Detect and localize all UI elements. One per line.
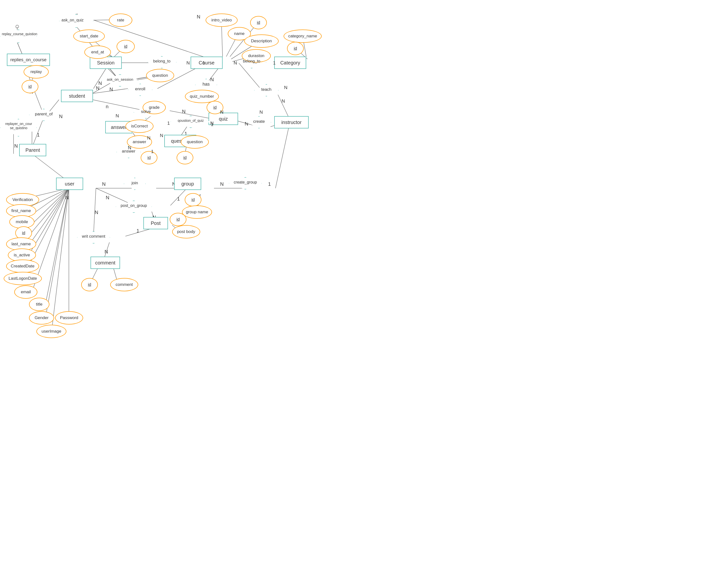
- ellipse-duraston: duraston: [242, 49, 271, 62]
- cardinality-n-answer2: N: [128, 145, 131, 151]
- entity-comment: comment: [90, 257, 120, 269]
- cardinality-1-belong-to: 1: [202, 60, 205, 66]
- ellipse-replay: replay: [24, 65, 49, 79]
- cardinality-1-belong-to-cat: 1: [273, 60, 276, 66]
- ellipse-comment-id: id: [81, 278, 98, 291]
- diagram-container: N N N N N n N 1: [0, 0, 728, 588]
- cardinality-n-answer: N: [147, 135, 151, 141]
- svg-text:N: N: [102, 181, 106, 187]
- ellipse-question-attr2: question: [181, 135, 209, 149]
- ellipse-gender: Gender: [29, 311, 54, 324]
- ellipse-grade: grade: [143, 101, 166, 114]
- cardinality-1-answer: 1: [151, 149, 154, 154]
- ellipse-user-image: userImage: [37, 325, 66, 338]
- ellipse-category-name: category_name: [283, 29, 322, 43]
- svg-text:N: N: [95, 210, 98, 215]
- ellipse-group-id: id: [185, 193, 201, 206]
- ellipse-post-body: post body: [172, 225, 200, 238]
- svg-text:1: 1: [268, 181, 271, 187]
- svg-text:1: 1: [177, 196, 180, 202]
- svg-text:N: N: [105, 249, 108, 254]
- ellipse-answer-id: id: [141, 151, 157, 164]
- ellipse-last-logon-date: LastLogonDate: [4, 272, 42, 285]
- entity-post: Post: [143, 217, 168, 229]
- ellipse-question-id: id: [177, 151, 193, 164]
- entity-group: group: [174, 177, 201, 190]
- ellipse-session-id: id: [116, 40, 135, 53]
- entity-category: Category: [274, 57, 306, 69]
- cardinality-n-qoustion: N: [160, 133, 163, 138]
- svg-text:N: N: [65, 195, 69, 200]
- svg-text:N: N: [106, 195, 109, 200]
- ellipse-email: email: [14, 286, 37, 299]
- ellipse-post-id: id: [170, 213, 187, 226]
- ellipse-replies-id: id: [22, 80, 38, 93]
- svg-line-76: [276, 121, 290, 188]
- ellipse-category-id: id: [287, 42, 304, 55]
- entity-parent: Parent: [19, 144, 46, 156]
- cardinality-n-quiz: N: [259, 109, 263, 115]
- cardinality-n-teach2: N: [282, 99, 285, 104]
- ellipse-group-name: group name: [182, 206, 212, 219]
- ellipse-password: Password: [55, 311, 83, 324]
- svg-text:N: N: [96, 85, 99, 91]
- ellipse-question-ask: question: [146, 69, 174, 82]
- entity-student: student: [61, 90, 93, 102]
- svg-text:1: 1: [37, 132, 40, 138]
- ellipse-course-id: id: [250, 16, 267, 29]
- entity-course: Course: [191, 57, 222, 69]
- svg-text:N: N: [59, 114, 62, 119]
- ellipse-title: title: [29, 298, 49, 311]
- svg-text:N: N: [220, 181, 223, 187]
- ellipse-description: Description: [244, 35, 279, 48]
- svg-text:N: N: [197, 14, 200, 19]
- cardinality-1-qoustion: 1: [167, 121, 170, 126]
- cardinality-n-belong-to-cat: N: [234, 60, 237, 66]
- cardinality-n-teach: N: [284, 85, 287, 90]
- ellipse-end-at: end_at: [84, 45, 111, 59]
- cardinality-n-quiz2: N: [220, 109, 223, 115]
- ellipse-start-date: start_date: [73, 29, 105, 43]
- ellipse-created-date: CreatedDate: [6, 259, 39, 273]
- ellipse-intro-video: intro_video: [206, 14, 238, 27]
- cardinality-n-qoustion2: N: [210, 121, 214, 126]
- cardinality-n-solve: N: [115, 113, 119, 119]
- entity-replies-on-course: replies_on_course: [7, 54, 50, 66]
- ellipse-rate: rate: [109, 14, 132, 27]
- svg-text:N: N: [99, 81, 102, 86]
- ellipse-is-correct: isCorrect: [125, 120, 153, 133]
- er-diagram: N N N N N n N 1: [0, 0, 728, 588]
- svg-line-27: [92, 100, 145, 111]
- ellipse-comment-attr: comment: [110, 278, 138, 291]
- svg-line-65: [52, 188, 69, 331]
- svg-text:1: 1: [136, 228, 139, 233]
- svg-text:N: N: [182, 109, 186, 114]
- svg-text:N: N: [14, 143, 18, 149]
- svg-text:n: n: [106, 104, 108, 109]
- cardinality-n-belong-to: N: [187, 60, 190, 66]
- svg-text:N: N: [109, 87, 113, 92]
- entity-user: user: [56, 177, 83, 190]
- entity-instructor: instructor: [274, 116, 309, 128]
